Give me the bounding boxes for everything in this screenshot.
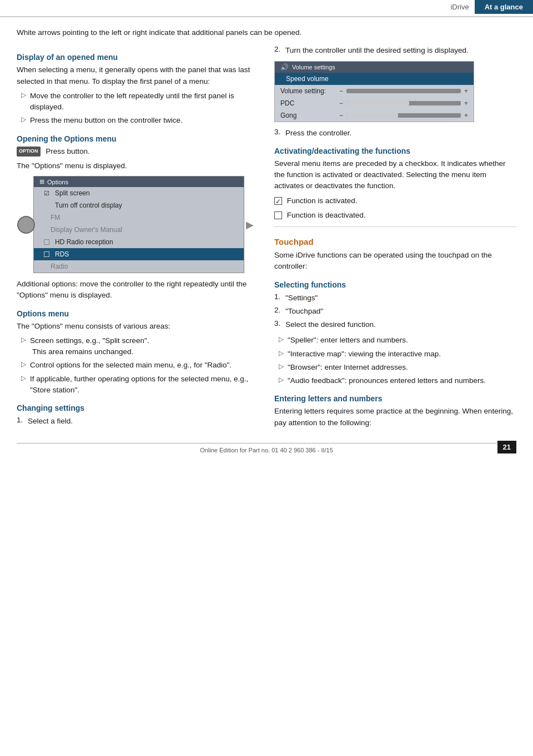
option-row-rds: RDS xyxy=(34,248,244,260)
bullet-text: Press the menu button on the controller … xyxy=(30,115,183,126)
plus-icon[interactable]: + xyxy=(464,99,468,107)
checked-checkbox-icon xyxy=(274,197,282,205)
plus-icon[interactable]: + xyxy=(464,112,468,119)
list-item: 2. "Touchpad" xyxy=(274,306,516,317)
page-header: iDrive At a glance xyxy=(0,0,533,17)
step-number: 1. xyxy=(274,293,285,301)
option-label: Radio xyxy=(51,263,68,270)
step-number: 2. xyxy=(274,45,285,53)
volume-title-bar: 🔊 Volume settings xyxy=(275,62,474,73)
bullet-arrow-icon: ▷ xyxy=(279,349,288,357)
section3-heading: Options menu xyxy=(17,309,259,318)
bullet-arrow-icon: ▷ xyxy=(279,335,288,343)
section2-additional: Additional options: move the controller … xyxy=(17,279,259,301)
minus-icon[interactable]: − xyxy=(339,99,343,107)
step-text: Turn the controller until the desired se… xyxy=(285,45,469,56)
minus-icon[interactable]: − xyxy=(339,112,343,119)
option-row-hd: HD Radio reception xyxy=(34,236,244,248)
section1-bullets: ▷ Move the controller to the left repeat… xyxy=(17,90,259,127)
bullet-text: Move the controller to the left repeated… xyxy=(30,90,259,113)
unchecked-checkbox-icon xyxy=(274,211,282,219)
entering-letters-body: Entering letters requires some practice … xyxy=(274,406,516,429)
page-content: White arrows pointing to the left or rig… xyxy=(0,22,533,470)
touchpad-heading: Touchpad xyxy=(274,237,516,246)
controller-right-arrow: ▶ xyxy=(246,219,254,231)
right-steps: 2. Turn the controller until the desired… xyxy=(274,45,516,56)
bullet-text: Screen settings, e.g., "Split screen". xyxy=(30,336,149,345)
list-item: ▷ "Audio feedback": pronounces entered l… xyxy=(274,375,516,386)
slider-fill xyxy=(346,113,398,118)
header-tab: At a glance xyxy=(475,0,533,14)
activate-body: Several menu items are preceded by a che… xyxy=(274,158,516,192)
step-text: Select the desired function. xyxy=(285,319,376,330)
step-text: "Settings" xyxy=(285,293,318,304)
check-icon: ☑ xyxy=(44,190,52,197)
bullet-arrow-icon: ▷ xyxy=(21,360,30,368)
func-off: Function is deactivated. xyxy=(274,210,516,221)
page-number: 21 xyxy=(497,441,516,453)
step-number: 3. xyxy=(274,319,285,327)
options-title-icon: ⊞ xyxy=(39,178,44,185)
plus-icon[interactable]: + xyxy=(464,87,468,95)
selecting-functions-heading: Selecting functions xyxy=(274,280,516,289)
gong-row: Gong − + xyxy=(275,109,474,122)
touchpad-intro: Some iDrive functions can be operated us… xyxy=(274,250,516,273)
section4-steps: 1. Select a field. xyxy=(17,416,259,427)
step-number: 1. xyxy=(17,416,28,424)
bullet-text: "Interactive map": viewing the interacti… xyxy=(288,349,441,360)
volume-title-text: Volume settings xyxy=(292,64,335,70)
option-label: Turn off control display xyxy=(55,201,122,209)
bullet-text: If applicable, further operating options… xyxy=(30,374,259,396)
page-footer: Online Edition for Part no. 01 40 2 960 … xyxy=(17,443,516,453)
checkbox-empty-icon xyxy=(44,239,49,245)
bullet-arrow-icon: ▷ xyxy=(21,336,30,344)
volume-screenshot: 🔊 Volume settings Speed volume Volume se… xyxy=(274,61,474,122)
right-step3: 3. Press the controller. xyxy=(274,128,516,139)
func-on-text: Function is activated. xyxy=(287,196,358,205)
bullet-text: "Audio feedback": pronounces entered let… xyxy=(288,375,486,386)
section2-result: The "Options" menu is displayed. xyxy=(17,160,259,172)
list-item: 3. Select the desired function. xyxy=(274,319,516,330)
step-text: Press the controller. xyxy=(285,128,351,139)
volume-highlighted-row: Speed volume xyxy=(275,73,474,85)
bullet-subtext: This area remains unchanged. xyxy=(30,347,133,356)
section1-body: When selecting a menu, it generally open… xyxy=(17,64,259,87)
header-idrive-label: iDrive xyxy=(445,1,474,13)
right-column: 2. Turn the controller until the desired… xyxy=(274,45,516,432)
bullet-arrow-icon: ▷ xyxy=(279,376,288,384)
selecting-functions-bullets: ▷ "Speller": enter letters and numbers. … xyxy=(274,335,516,386)
option-label: Display Owner's Manual xyxy=(51,226,122,234)
list-item: ▷ "Interactive map": viewing the interac… xyxy=(274,349,516,360)
section3-bullets: ▷ Screen settings, e.g., "Split screen".… xyxy=(17,335,259,396)
row-label: Gong xyxy=(280,112,336,119)
option-label: RDS xyxy=(55,250,69,258)
bullet-text: "Browser": enter Internet addresses. xyxy=(288,362,408,373)
minus-icon[interactable]: − xyxy=(339,87,343,95)
func-on: Function is activated. xyxy=(274,195,516,206)
section1-heading: Display of an opened menu xyxy=(17,53,259,62)
option-row-turnoff: Turn off control display xyxy=(34,199,244,211)
slider-bar xyxy=(346,101,461,105)
section2-instruction-text: Press button. xyxy=(46,147,90,155)
two-col-layout: Display of an opened menu When selecting… xyxy=(17,45,516,432)
left-column: Display of an opened menu When selecting… xyxy=(17,45,259,432)
step-text: Select a field. xyxy=(28,416,73,427)
activate-heading: Activating/deactivating the functions xyxy=(274,147,516,155)
option-row-manual: Display Owner's Manual xyxy=(34,224,244,236)
list-item: ▷ "Browser": enter Internet addresses. xyxy=(274,362,516,373)
slider-fill xyxy=(346,101,409,105)
section3-body: The "Options" menu consists of various a… xyxy=(17,321,259,332)
row-label: Volume setting: xyxy=(280,87,336,95)
list-item: ▷ Move the controller to the left repeat… xyxy=(17,90,259,113)
option-row-splitscreen: ☑ Split screen xyxy=(34,187,244,199)
list-item: 1. Select a field. xyxy=(17,416,259,427)
bullet-text: Control options for the selected main me… xyxy=(30,360,232,371)
row-label: PDC xyxy=(280,99,336,107)
list-item: ▷ If applicable, further operating optio… xyxy=(17,374,259,396)
bullet-arrow-icon: ▷ xyxy=(21,374,30,382)
bullet-arrow-icon: ▷ xyxy=(279,362,288,370)
slider-bar xyxy=(346,113,461,118)
list-item: ▷ Press the menu button on the controlle… xyxy=(17,115,259,126)
controller-sim xyxy=(17,216,35,234)
option-label: FM xyxy=(51,214,60,221)
